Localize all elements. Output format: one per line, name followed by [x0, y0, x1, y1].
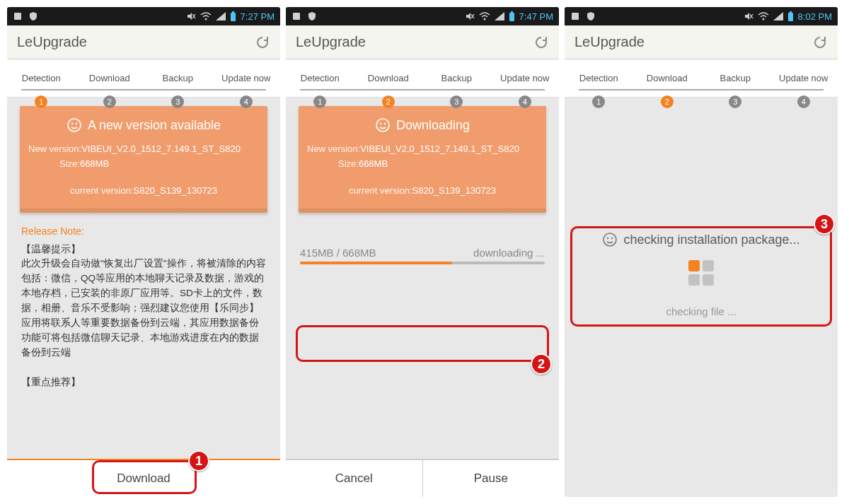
svg-point-15	[762, 18, 764, 20]
signal-icon	[495, 12, 504, 20]
step-download[interactable]: Download2	[354, 73, 423, 83]
new-version: VIBEUI_V2.0_1512_7.149.1_ST_S820	[360, 143, 519, 154]
smile-icon	[602, 232, 618, 247]
wifi-icon	[758, 12, 769, 20]
footer: Cancel Pause	[286, 459, 559, 497]
badge-1: 1	[188, 450, 209, 471]
svg-rect-0	[14, 13, 21, 20]
refresh-icon[interactable]	[255, 35, 270, 50]
step-backup[interactable]: Backup3	[422, 73, 491, 83]
badge-2: 2	[531, 353, 552, 375]
svg-point-1	[204, 18, 207, 20]
svg-rect-16	[788, 13, 793, 21]
sim-icon	[13, 11, 23, 21]
svg-point-12	[380, 123, 381, 124]
step-detection[interactable]: Detection1	[7, 73, 76, 83]
svg-point-8	[483, 18, 485, 20]
statusbar: 7:47 PM	[286, 7, 559, 25]
clock: 7:47 PM	[519, 11, 553, 22]
app-title: LeUpgrade	[574, 34, 645, 50]
svg-point-6	[76, 123, 77, 124]
clock: 8:02 PM	[798, 11, 832, 22]
steps: Detection1 Download2 Backup3 Update now4	[286, 59, 559, 98]
wifi-icon	[479, 12, 490, 20]
sim-icon	[570, 11, 580, 21]
refresh-icon[interactable]	[533, 35, 549, 50]
svg-rect-3	[232, 11, 234, 13]
phone-screen-1: 7:27 PM LeUpgrade Detection1 Download2 B…	[7, 7, 280, 497]
titlebar: LeUpgrade	[565, 25, 838, 59]
svg-point-5	[71, 123, 73, 124]
update-card: Downloading New version:VIBEUI_V2.0_1512…	[299, 106, 546, 213]
download-button[interactable]: Download	[7, 460, 280, 497]
svg-rect-7	[293, 13, 300, 20]
smile-icon	[67, 117, 82, 133]
svg-rect-10	[511, 11, 513, 13]
current-version: S820_S139_130723	[412, 185, 497, 196]
svg-rect-17	[790, 11, 792, 13]
step-download[interactable]: Download2	[633, 73, 702, 83]
signal-icon	[216, 12, 226, 20]
shield-icon	[28, 11, 38, 21]
app-title: LeUpgrade	[17, 34, 87, 50]
signal-icon	[773, 12, 783, 20]
wifi-icon	[200, 12, 212, 20]
check-sub: checking file ...	[574, 305, 828, 317]
titlebar: LeUpgrade	[7, 25, 280, 59]
battery-icon	[787, 11, 794, 21]
sim-icon	[291, 11, 301, 21]
current-version: S820_S139_130723	[134, 185, 218, 196]
phone-screen-2: 7:47 PM LeUpgrade Detection1 Download2 B…	[286, 7, 559, 497]
phone-screen-3: 8:02 PM LeUpgrade Detection1 Download2 B…	[565, 7, 838, 497]
step-update[interactable]: Update now4	[770, 73, 838, 83]
svg-rect-9	[509, 13, 514, 21]
svg-point-19	[607, 238, 608, 239]
badge-3: 3	[814, 213, 835, 235]
content: Downloading New version:VIBEUI_V2.0_1512…	[286, 98, 559, 459]
progress-section: 415MB / 668MB downloading ...	[300, 247, 545, 264]
content: checking installation package... checkin…	[565, 98, 838, 497]
step-backup[interactable]: Backup3	[701, 73, 770, 83]
steps: Detection1 Download2 Backup3 Update now4	[565, 59, 838, 98]
check-title: checking installation package...	[623, 233, 799, 247]
svg-point-18	[603, 233, 616, 246]
statusbar: 7:27 PM	[7, 7, 280, 25]
release-text: 【温馨提示】 此次升级会自动做"恢复出厂设置"操作，将被清除的内容包括：微信，Q…	[7, 240, 280, 459]
pause-button[interactable]: Pause	[422, 460, 560, 497]
svg-point-13	[384, 123, 386, 124]
update-card: A new version available New version:VIBE…	[20, 106, 267, 213]
shield-icon	[307, 11, 317, 21]
check-panel: checking installation package... checkin…	[574, 232, 828, 317]
step-detection[interactable]: Detection1	[286, 73, 354, 83]
mute-icon	[465, 11, 475, 21]
progress-text: 415MB / 668MB	[300, 247, 376, 259]
card-title: A new version available	[88, 118, 221, 133]
progress-bar	[300, 262, 545, 264]
step-update[interactable]: Update now4	[212, 73, 281, 83]
step-backup[interactable]: Backup3	[144, 73, 212, 83]
app-title: LeUpgrade	[296, 34, 366, 50]
svg-point-11	[376, 119, 389, 131]
svg-rect-2	[231, 13, 236, 21]
size-value: 668MB	[359, 158, 388, 169]
content: A new version available New version:VIBE…	[7, 98, 280, 459]
svg-rect-14	[572, 13, 579, 20]
svg-point-4	[68, 119, 81, 131]
titlebar: LeUpgrade	[286, 25, 559, 59]
footer: Download	[7, 459, 280, 497]
clock: 7:27 PM	[241, 11, 275, 22]
refresh-icon[interactable]	[812, 35, 828, 50]
release-heading: Release Note:	[21, 225, 266, 237]
step-download[interactable]: Download2	[76, 73, 144, 83]
steps: Detection1 Download2 Backup3 Update now4	[7, 59, 280, 98]
mute-icon	[186, 11, 196, 21]
battery-icon	[230, 11, 236, 21]
mute-icon	[744, 11, 753, 21]
svg-point-20	[611, 238, 613, 239]
step-update[interactable]: Update now4	[491, 73, 560, 83]
size-value: 668MB	[80, 158, 109, 169]
battery-icon	[509, 11, 515, 21]
step-detection[interactable]: Detection1	[565, 73, 633, 83]
cancel-button[interactable]: Cancel	[286, 460, 422, 497]
card-title: Downloading	[396, 118, 470, 133]
